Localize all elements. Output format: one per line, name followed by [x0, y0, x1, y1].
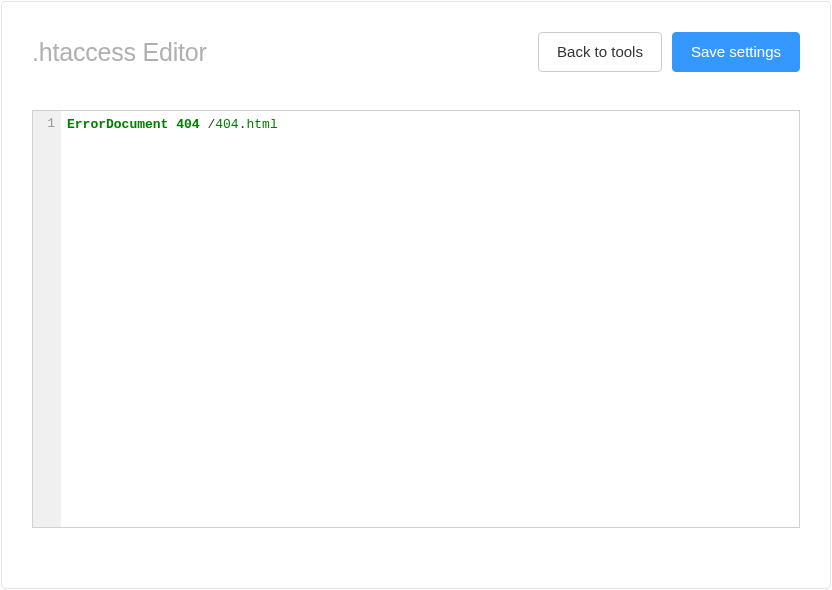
htaccess-editor-panel: .htaccess Editor Back to tools Save sett… — [1, 1, 831, 589]
header-buttons: Back to tools Save settings — [538, 32, 800, 72]
code-content[interactable]: ErrorDocument 404 /404.html — [61, 111, 799, 527]
path-ext-token: html — [246, 117, 277, 132]
line-number: 1 — [33, 116, 55, 131]
code-editor[interactable]: 1 ErrorDocument 404 /404.html — [32, 110, 800, 528]
panel-header: .htaccess Editor Back to tools Save sett… — [32, 32, 800, 72]
page-title: .htaccess Editor — [32, 38, 207, 67]
save-settings-button[interactable]: Save settings — [672, 32, 800, 72]
directive-token: ErrorDocument — [67, 117, 168, 132]
status-code-token: 404 — [176, 117, 199, 132]
line-number-gutter: 1 — [33, 111, 61, 527]
path-base-token: 404 — [215, 117, 238, 132]
back-to-tools-button[interactable]: Back to tools — [538, 32, 662, 72]
